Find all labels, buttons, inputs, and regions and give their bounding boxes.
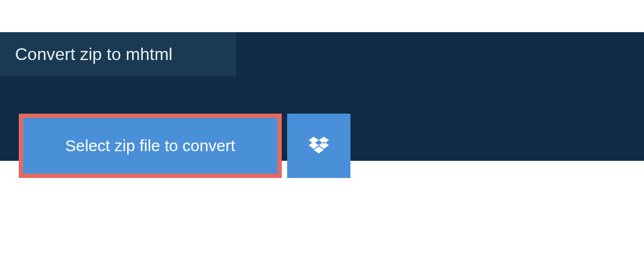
dropbox-icon (309, 137, 329, 155)
conversion-tab[interactable]: Convert zip to mhtml (0, 32, 236, 76)
select-file-button[interactable]: Select zip file to convert (19, 114, 282, 178)
tab-title: Convert zip to mhtml (15, 44, 172, 64)
dropbox-button[interactable] (287, 114, 350, 178)
action-row: Select zip file to convert (19, 114, 350, 178)
select-file-label: Select zip file to convert (65, 137, 236, 155)
